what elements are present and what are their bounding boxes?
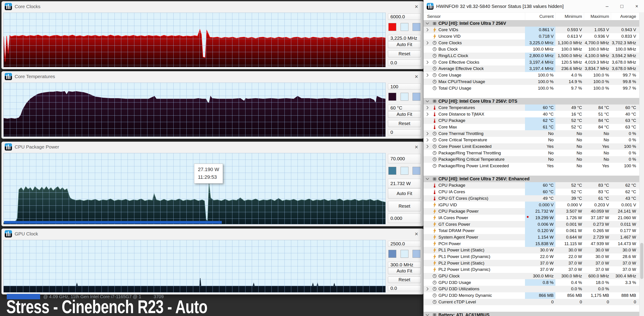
- sensor-row[interactable]: GT Cores Power0.006 W0.001 W0.273 W0.011…: [424, 221, 640, 228]
- graph-color-swatch[interactable]: [388, 250, 396, 258]
- column-header-current[interactable]: Current: [525, 13, 556, 20]
- cpu-package-power-titlebar[interactable]: CPU Package Power ×: [2, 142, 424, 152]
- collapse-chevron-icon[interactable]: [424, 20, 431, 27]
- sensor-row[interactable]: PL1 Power Limit (Static)30.0 W30.0 W30.0…: [424, 247, 640, 253]
- close-icon[interactable]: ×: [414, 4, 420, 10]
- background-color-swatch[interactable]: [400, 250, 408, 258]
- sensor-row[interactable]: iGPU VID0.000 V0.000 V0.203 V0.001 V: [424, 202, 640, 208]
- scale-min-field[interactable]: 0: [388, 129, 421, 135]
- close-icon[interactable]: ×: [414, 144, 420, 150]
- expand-chevron-icon[interactable]: [424, 137, 431, 143]
- reset-button[interactable]: Reset: [388, 201, 421, 211]
- sensor-row[interactable]: Core Effective Clocks3,197.4 MHz120.5 MH…: [424, 59, 640, 65]
- sensor-row[interactable]: Core Max61 °C52 °C84 °C63 °C: [424, 124, 640, 130]
- auto-fit-button[interactable]: Auto Fit: [388, 268, 421, 274]
- sensor-row[interactable]: Max CPU/Thread Usage100.0 %14.9 %100.0 %…: [424, 79, 640, 85]
- column-header-minimum[interactable]: Minimum: [556, 13, 584, 20]
- core-temperatures-plot[interactable]: [4, 83, 386, 137]
- core-clocks-titlebar[interactable]: Core Clocks ×: [2, 1, 424, 12]
- graph-color-swatch[interactable]: [388, 167, 396, 175]
- sensor-row[interactable]: Core Distance to TjMAX40 °C16 °C51 °C40 …: [424, 111, 640, 117]
- sensor-row[interactable]: Package/Ring Thermal ThrottlingNoNoNo0 %: [424, 150, 640, 156]
- maximize-button[interactable]: □: [614, 0, 629, 13]
- sensor-section-header[interactable]: CPU [#0]: Intel Core Ultra 7 256V: DTS: [424, 98, 640, 104]
- auto-fit-button[interactable]: Auto Fit: [388, 41, 421, 48]
- background-color-swatch[interactable]: [400, 167, 408, 175]
- sensor-row[interactable]: CPU Package Power21.732 W3.507 W40.059 W…: [424, 208, 640, 215]
- close-button[interactable]: ×: [629, 0, 644, 13]
- sensor-section-header[interactable]: CPU [#0]: Intel Core Ultra 7 256V: Enhan…: [424, 176, 640, 182]
- expand-chevron-icon[interactable]: [424, 111, 431, 117]
- sensor-row[interactable]: GPU D3D Usage0.8 %0.4 %18.0 %3.3 %: [424, 279, 640, 286]
- sensor-row[interactable]: Core Clocks3,225.0 MHz1,100.0 MHz4,700.0…: [424, 40, 640, 46]
- sensor-row[interactable]: Uncore VID0.718 V0.613 V0.936 V0.833 V: [424, 33, 640, 40]
- core-clocks-plot[interactable]: [4, 13, 386, 67]
- expand-chevron-icon[interactable]: [424, 59, 431, 65]
- sensor-row[interactable]: PL2 Power Limit (Static)37.0 W37.0 W37.0…: [424, 260, 640, 266]
- auto-fit-button[interactable]: Auto Fit: [388, 188, 421, 199]
- auto-fit-button[interactable]: Auto Fit: [388, 111, 421, 118]
- expand-chevron-icon[interactable]: [424, 143, 431, 150]
- background-color-swatch[interactable]: [400, 23, 408, 31]
- sensor-row[interactable]: CPU GT Cores (Graphics)49 °C39 °C61 °C43…: [424, 195, 640, 202]
- sensor-row[interactable]: Core VIDs0.861 V0.593 V1.053 V0.943 V: [424, 27, 640, 33]
- sensor-row[interactable]: System Agent Power1.154 W0.644 W2.729 W1…: [424, 234, 640, 241]
- sensor-row[interactable]: GPU Clock300.0 MHz300.0 MHz600.0 MHz300.…: [424, 273, 640, 279]
- core-temperatures-titlebar[interactable]: Core Temperatures ×: [2, 71, 424, 82]
- grid-color-swatch[interactable]: [412, 250, 420, 258]
- sensor-row[interactable]: GPU D3D Memory Dynamic866 MB856 MB1,175 …: [424, 292, 640, 299]
- collapse-chevron-icon[interactable]: [424, 176, 431, 182]
- vertical-scrollbar[interactable]: [639, 13, 644, 316]
- sensor-row[interactable]: Average Effective Clock3,197.4 MHz236.6 …: [424, 65, 640, 72]
- reset-button[interactable]: Reset: [388, 50, 421, 57]
- expand-chevron-icon[interactable]: [424, 130, 431, 137]
- gpu-clock-plot[interactable]: [4, 240, 386, 292]
- scale-min-field[interactable]: 0.0: [388, 60, 421, 66]
- cpu-package-power-plot[interactable]: 27.190 W 11:29:53: [4, 153, 386, 224]
- expand-chevron-icon[interactable]: [424, 40, 431, 46]
- sensor-row[interactable]: Package/Ring Critical TemperatureNoNoNo0…: [424, 156, 640, 163]
- scale-min-field[interactable]: 0.000: [388, 214, 421, 223]
- scale-min-field[interactable]: 0.0: [388, 285, 421, 291]
- expand-chevron-icon[interactable]: [424, 72, 431, 79]
- sensor-row[interactable]: IA Cores Power19.299 W1.726 W37.187 W21.…: [424, 215, 640, 221]
- close-icon[interactable]: ×: [414, 74, 420, 79]
- expand-chevron-icon[interactable]: [424, 104, 431, 111]
- sensor-row[interactable]: GPU D3D Utilizations0.0 %0.0 %: [424, 286, 640, 292]
- sensor-row[interactable]: CPU Package62 °C52 °C84 °C63 °C: [424, 117, 640, 124]
- minimize-button[interactable]: –: [600, 0, 614, 13]
- sensor-row[interactable]: Core Temperatures60 °C49 °C84 °C60 °C: [424, 104, 640, 111]
- column-header-maximum[interactable]: Maximum: [584, 13, 611, 20]
- background-color-swatch[interactable]: [400, 93, 408, 101]
- grid-color-swatch[interactable]: [412, 23, 420, 31]
- sensor-row[interactable]: Total CPU Usage100.0 %9.7 %100.0 %99.7 %: [424, 85, 640, 91]
- sensor-row[interactable]: Core Power Limit ExceededYesNoYes100 %: [424, 143, 640, 150]
- sensor-row[interactable]: Bus Clock100.0 MHz100.0 MHz100.0 MHz100.…: [424, 46, 640, 53]
- scale-max-field[interactable]: 2500.0: [388, 241, 421, 247]
- close-icon[interactable]: ×: [414, 231, 420, 237]
- graph-color-swatch[interactable]: [388, 23, 396, 31]
- sensor-section-header[interactable]: CPU [#0]: Intel Core Ultra 7 256V: [424, 20, 640, 27]
- column-header-sensor[interactable]: Sensor: [424, 13, 525, 20]
- sensor-row[interactable]: Core Thermal ThrottlingNoNoNo0 %: [424, 130, 640, 137]
- sensor-row[interactable]: Total DRAM Power0.120 W0.061 W0.265 W0.1…: [424, 228, 640, 234]
- sensor-row[interactable]: Package/Ring Power Limit ExceededYesNoYe…: [424, 163, 640, 169]
- scale-max-field[interactable]: 6000.0: [388, 14, 421, 20]
- sensor-section-header-partial[interactable]: Battery: ATL AC61MBUS: [424, 312, 640, 316]
- grid-color-swatch[interactable]: [412, 93, 420, 101]
- sensor-row[interactable]: CPU IA Cores60 °C52 °C83 °C62 °C: [424, 189, 640, 195]
- expand-chevron-icon[interactable]: [424, 27, 431, 33]
- sensor-row[interactable]: Core Usage100.0 %4.0 %100.0 %99.7 %: [424, 72, 640, 79]
- scrollbar-thumb[interactable]: [640, 243, 643, 279]
- hwinfo-titlebar[interactable]: HWiNFO® 32 v8.32-5840 Sensor Status [138…: [424, 0, 644, 13]
- sensor-row[interactable]: PCH Power15.838 W11.115 W47.939 W14.473 …: [424, 240, 640, 247]
- column-header-average[interactable]: Average: [611, 13, 638, 20]
- sensor-row[interactable]: Ring/LLC Clock2,800.0 MHz1,500.0 MHz4,10…: [424, 53, 640, 59]
- collapse-chevron-icon[interactable]: [424, 312, 431, 316]
- expand-chevron-icon[interactable]: [424, 286, 431, 292]
- collapse-chevron-icon[interactable]: [424, 98, 431, 104]
- sensor-row[interactable]: CPU Package60 °C52 °C83 °C62 °C: [424, 182, 640, 189]
- scale-max-field[interactable]: 100: [388, 84, 421, 90]
- sensor-row[interactable]: Current cTDP Level0000: [424, 299, 640, 305]
- sensor-row[interactable]: Core Critical TemperatureNoNoNo0 %: [424, 137, 640, 143]
